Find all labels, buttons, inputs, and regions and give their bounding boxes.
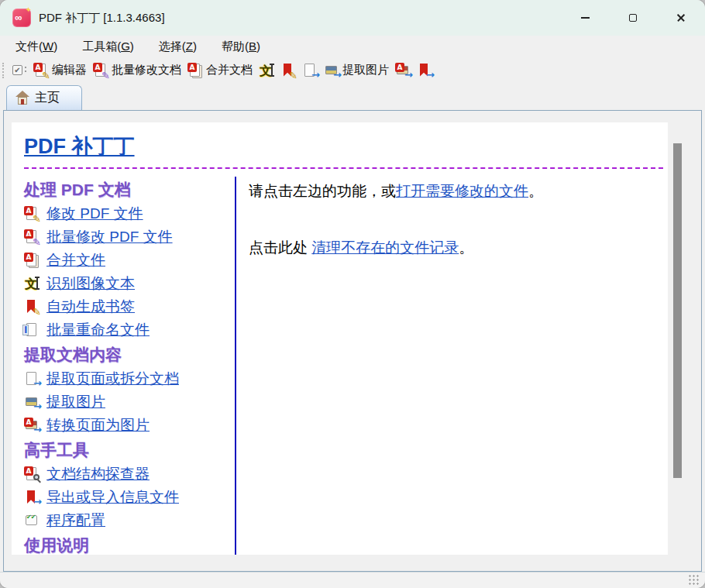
tab-home[interactable]: 主页 [6,85,82,110]
feature-link[interactable]: 自动生成书签 [46,297,135,317]
notice-tail-2: 。 [459,239,473,256]
app-logo-icon: ∞ ✦ [12,9,31,27]
toolbar: ✔A✎编辑器A✎批量修改文档A合并文档文✎→→提取图片A→→ [0,57,705,83]
toolbar-button-image-extract[interactable]: →提取图片 [321,60,392,81]
select-checkbox-icon: ✔ [12,63,27,78]
titlebar: ∞ ✦ PDF 补丁丁 [1.1.3.4663] [0,0,705,36]
pdf-merge-icon: A [24,253,40,268]
page-to-image-icon: A→ [24,418,40,433]
toolbar-grip[interactable] [2,63,6,78]
toolbar-button-pdf-batch-edit[interactable]: A✎批量修改文档 [90,60,184,81]
notice-text-1: 请点击左边的功能，或 [249,183,396,199]
feature-item: 文识别图像文本 [24,272,235,295]
minimize-icon [581,17,590,19]
window-title: PDF 补丁丁 [1.1.3.4663] [39,11,165,26]
feature-link[interactable]: 提取页面或拆分文档 [46,369,179,389]
pdf-merge-icon: A [187,63,203,78]
menu-item-g[interactable]: 工具箱(G) [74,37,142,57]
app-logo-glyph: ∞ [15,11,22,24]
page-extract-icon: → [302,63,318,78]
feature-link[interactable]: 文档结构探查器 [46,464,150,484]
feature-link[interactable]: 程序配置 [46,511,105,531]
pdf-edit-icon: A✎ [33,63,49,78]
bookmark-pencil-icon: ✎ [24,299,40,315]
feature-link[interactable]: 批量重命名文件 [46,320,150,340]
feature-link[interactable]: 提取图片 [46,392,105,412]
vertical-scrollbar[interactable] [669,122,685,555]
feature-item: A合并文件 [24,249,235,272]
section-heading: 处理 PDF 文档 [24,179,235,201]
close-button[interactable] [657,0,705,36]
feature-item: →提取图片 [24,390,235,414]
home-icon [15,91,30,106]
feature-item: ✔✔程序配置 [24,509,235,532]
scrollbar-thumb[interactable] [673,143,682,478]
config-icon: ✔✔ [24,513,40,528]
app-window: ∞ ✦ PDF 补丁丁 [1.1.3.4663] 文件(W)工具箱(G)选择(Z… [0,0,705,588]
feature-item: →导出或导入信息文件 [24,486,235,509]
feature-link[interactable]: 修改 PDF 文件 [46,204,143,224]
feature-item: I批量重命名文件 [24,318,235,342]
dashed-separator [24,167,663,169]
sparkle-glyph: ✦ [26,5,32,14]
close-icon [676,13,686,22]
toolbar-button-pdf-merge[interactable]: A合并文档 [184,60,256,81]
toolbar-button-page-extract[interactable]: → [299,60,321,81]
toolbar-button-info-export[interactable]: → [414,60,435,81]
resize-grip[interactable] [688,574,699,585]
caption-buttons [561,0,705,36]
toolbar-button-bookmark-pencil[interactable]: ✎ [277,60,299,81]
toolbar-button-label: 编辑器 [52,63,87,77]
feature-link[interactable]: 合并文件 [46,250,105,270]
feature-link[interactable]: 导出或导入信息文件 [46,487,179,507]
tab-home-label: 主页 [35,90,60,106]
ocr-icon: 文 [259,63,274,78]
menu-item-w[interactable]: 文件(W) [8,37,65,57]
feature-item: A✎修改 PDF 文件 [24,202,235,225]
page-to-image-icon: A→ [395,63,411,78]
statusbar [0,572,705,588]
notice-panel: 请点击左边的功能，或打开需要修改的文件。 点击此处 清理不存在的文件记录。 [235,177,668,555]
maximize-button[interactable] [609,0,657,36]
app-title-link[interactable]: PDF 补丁丁 [24,132,135,160]
feature-item: A→转换页面为图片 [24,414,235,437]
home-columns: 处理 PDF 文档A✎修改 PDF 文件A✎批量修改 PDF 文件A合并文件文识… [12,177,668,555]
feature-link[interactable]: 转换页面为图片 [46,415,150,435]
pdf-batch-edit-icon: A✎ [24,229,40,245]
ocr-icon: 文 [24,276,40,291]
feature-link[interactable]: 识别图像文本 [46,273,135,294]
open-file-link[interactable]: 打开需要修改的文件 [396,183,528,199]
tabstrip: 主页 [0,83,705,110]
rename-icon: I [24,322,40,338]
minimize-button[interactable] [561,0,609,36]
clean-records-link[interactable]: 清理不存在的文件记录 [311,239,459,256]
feature-list: 处理 PDF 文档A✎修改 PDF 文件A✎批量修改 PDF 文件A合并文件文识… [12,177,235,555]
toolbar-button-select-checkbox[interactable]: ✔ [9,60,30,81]
section-heading: 提取文档内容 [24,344,235,366]
notice-text-2: 点击此处 [249,239,311,256]
feature-item: →提取页面或拆分文档 [24,367,235,390]
toolbar-button-label: 提取图片 [342,63,389,77]
bookmark-pencil-icon: ✎ [280,63,296,78]
section-heading: 使用说明 [24,535,235,555]
toolbar-button-pdf-edit[interactable]: A✎编辑器 [30,60,90,81]
content-panel: PDF 补丁丁 处理 PDF 文档A✎修改 PDF 文件A✎批量修改 PDF 文… [3,110,702,572]
feature-item: A✎批量修改 PDF 文件 [24,225,235,249]
toolbar-button-label: 合并文档 [206,63,253,77]
image-extract-icon: → [324,63,339,78]
info-export-icon: → [24,490,40,505]
image-extract-icon: → [24,394,40,410]
feature-item: ✎自动生成书签 [24,295,235,318]
notice-tail-1: 。 [528,183,543,199]
feature-item: A文档结构探查器 [24,462,235,486]
toolbar-button-ocr[interactable]: 文 [256,60,277,81]
toolbar-button-label: 批量修改文档 [112,63,181,77]
pdf-edit-icon: A✎ [24,206,40,222]
page-extract-icon: → [24,371,40,387]
toolbar-button-page-to-image[interactable]: A→ [392,60,414,81]
menu-item-b[interactable]: 帮助(B) [214,37,268,57]
section-heading: 高手工具 [24,439,235,461]
menu-item-z[interactable]: 选择(Z) [151,37,205,57]
inspector-icon: A [24,466,40,482]
feature-link[interactable]: 批量修改 PDF 文件 [46,227,173,247]
